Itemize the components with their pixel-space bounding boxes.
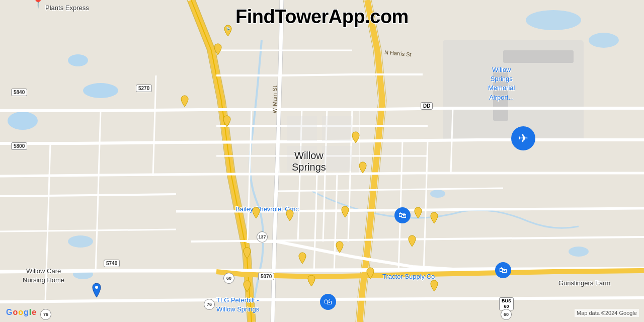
svg-point-1: [83, 83, 118, 98]
svg-point-4: [589, 33, 619, 48]
tower-marker-13[interactable]: [334, 240, 345, 257]
tower-marker-9[interactable]: [340, 205, 351, 221]
svg-point-0: [8, 112, 38, 130]
tower-marker-14[interactable]: [242, 247, 253, 263]
shield-60-bottom: 60: [501, 309, 512, 320]
svg-point-18: [95, 286, 98, 289]
tower-marker-16[interactable]: [365, 267, 376, 283]
gunslingers-label: Gunslingers Farm: [558, 279, 610, 287]
shopping-marker-1[interactable]: 🛍: [394, 207, 411, 223]
tower-marker-15[interactable]: [297, 252, 308, 268]
tower-marker-3[interactable]: [179, 95, 190, 111]
plants-express-label: Plants Express: [45, 4, 89, 12]
svg-rect-16: [322, 146, 352, 171]
tower-marker-17[interactable]: [306, 274, 317, 290]
map-attribution: Map data ©2024 Google: [575, 309, 639, 317]
shield-dd: DD: [421, 102, 433, 110]
w-main-st-label: W Main St: [272, 86, 278, 113]
svg-rect-14: [322, 116, 352, 141]
tower-marker-4[interactable]: [221, 115, 232, 131]
shield-60: 60: [223, 273, 234, 284]
airport-icon[interactable]: ✈: [511, 126, 535, 150]
tractor-supply-label[interactable]: Tractor Supply Co: [382, 273, 435, 280]
tower-marker-11[interactable]: [429, 211, 440, 227]
shopping-marker-3[interactable]: 🛍: [320, 294, 336, 310]
shield-5840: 5840: [11, 89, 27, 96]
svg-text:📡: 📡: [226, 26, 230, 31]
google-logo: Google: [6, 308, 36, 317]
shield-5070: 5070: [258, 273, 274, 280]
airport-label: WillowSpringsMemorialAirport...: [488, 65, 515, 102]
tower-marker-8[interactable]: [284, 209, 295, 225]
tower-marker-19[interactable]: [429, 279, 440, 295]
svg-point-6: [430, 190, 445, 198]
svg-point-3: [526, 10, 581, 30]
svg-point-2: [68, 54, 88, 66]
tlg-peterbilt-label[interactable]: TLG Peterbilt -Willow Springs: [216, 296, 259, 314]
svg-point-5: [569, 247, 589, 257]
shield-76-left: 76: [40, 309, 51, 320]
tower-marker-10[interactable]: [413, 206, 424, 222]
shopping-marker-2[interactable]: 🛍: [495, 262, 511, 278]
tower-marker-2[interactable]: [212, 43, 223, 59]
svg-rect-10: [503, 50, 574, 63]
shield-5270: 5270: [136, 85, 152, 92]
map-container: FindTowerApp.com 📍 Plants Express Willow…: [0, 0, 644, 322]
plants-express-pin[interactable]: 📍: [31, 0, 45, 9]
svg-rect-13: [287, 116, 317, 141]
tower-marker-5[interactable]: [350, 131, 361, 147]
app-title: FindTowerApp.com: [235, 6, 409, 28]
tower-marker-6[interactable]: [357, 161, 368, 177]
shield-137: 137: [257, 231, 268, 243]
tower-marker-12[interactable]: [407, 234, 418, 251]
shield-5800: 5800: [11, 142, 27, 150]
svg-point-7: [68, 235, 93, 248]
tower-marker-1[interactable]: 📡: [222, 24, 233, 40]
shield-bus-60: BUS60: [499, 297, 514, 310]
shield-5740: 5740: [104, 260, 120, 267]
tower-marker-18[interactable]: [242, 280, 253, 296]
willow-care-label: Willow CareNursing Home: [23, 267, 64, 285]
willow-springs-label: WillowSprings: [292, 150, 326, 173]
tower-marker-7[interactable]: [251, 206, 262, 222]
shield-76-bottom: 76: [204, 299, 215, 310]
location-pin[interactable]: [91, 283, 103, 300]
